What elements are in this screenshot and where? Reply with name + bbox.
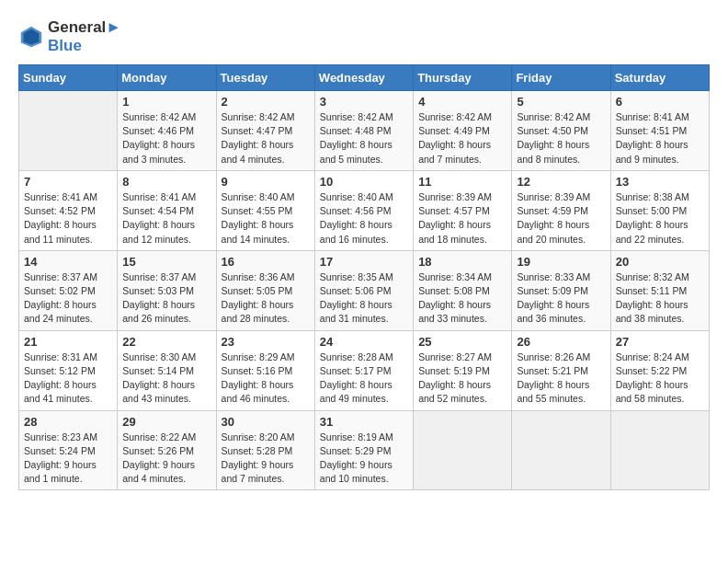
day-number: 26 [517, 335, 605, 349]
calendar-cell: 28Sunrise: 8:23 AMSunset: 5:24 PMDayligh… [19, 410, 118, 490]
day-number: 25 [418, 335, 506, 349]
calendar-cell: 1Sunrise: 8:42 AMSunset: 4:46 PMDaylight… [118, 91, 216, 171]
calendar-cell: 6Sunrise: 8:41 AMSunset: 4:51 PMDaylight… [610, 91, 709, 171]
calendar-table: SundayMondayTuesdayWednesdayThursdayFrid… [18, 64, 710, 490]
calendar-cell: 12Sunrise: 8:39 AMSunset: 4:59 PMDayligh… [512, 170, 610, 250]
calendar-cell: 31Sunrise: 8:19 AMSunset: 5:29 PMDayligh… [314, 410, 413, 490]
calendar-cell: 4Sunrise: 8:42 AMSunset: 4:49 PMDaylight… [414, 91, 512, 171]
day-number: 2 [222, 95, 310, 109]
day-number: 29 [122, 415, 210, 429]
day-number: 27 [616, 335, 704, 349]
calendar-cell: 13Sunrise: 8:38 AMSunset: 5:00 PMDayligh… [610, 170, 709, 250]
day-number: 7 [24, 175, 112, 189]
weekday-header: Friday [512, 65, 610, 91]
calendar-cell [19, 91, 118, 171]
weekday-header: Monday [118, 65, 216, 91]
calendar-cell [610, 410, 709, 490]
calendar-cell: 16Sunrise: 8:36 AMSunset: 5:05 PMDayligh… [216, 250, 314, 330]
weekday-header: Wednesday [314, 65, 413, 91]
day-number: 21 [24, 335, 112, 349]
calendar-cell: 2Sunrise: 8:42 AMSunset: 4:47 PMDaylight… [216, 91, 314, 171]
day-number: 5 [517, 95, 605, 109]
day-info: Sunrise: 8:42 AMSunset: 4:48 PMDaylight:… [320, 110, 408, 167]
day-number: 22 [122, 335, 210, 349]
day-info: Sunrise: 8:38 AMSunset: 5:00 PMDaylight:… [616, 190, 704, 247]
calendar-cell: 27Sunrise: 8:24 AMSunset: 5:22 PMDayligh… [610, 330, 709, 410]
day-number: 6 [616, 95, 704, 109]
day-number: 31 [320, 415, 408, 429]
calendar-cell: 3Sunrise: 8:42 AMSunset: 4:48 PMDaylight… [314, 91, 413, 171]
day-info: Sunrise: 8:35 AMSunset: 5:06 PMDaylight:… [320, 270, 408, 327]
calendar-cell: 7Sunrise: 8:41 AMSunset: 4:52 PMDaylight… [19, 170, 118, 250]
day-info: Sunrise: 8:28 AMSunset: 5:17 PMDaylight:… [320, 350, 408, 407]
day-info: Sunrise: 8:29 AMSunset: 5:16 PMDaylight:… [222, 350, 310, 407]
weekday-header: Sunday [19, 65, 118, 91]
day-number: 17 [320, 255, 408, 269]
calendar-cell: 18Sunrise: 8:34 AMSunset: 5:08 PMDayligh… [414, 250, 512, 330]
day-info: Sunrise: 8:19 AMSunset: 5:29 PMDaylight:… [320, 431, 408, 487]
day-number: 3 [320, 95, 408, 109]
day-number: 9 [222, 175, 310, 189]
day-info: Sunrise: 8:31 AMSunset: 5:12 PMDaylight:… [24, 350, 112, 407]
calendar-cell [414, 410, 512, 490]
calendar-cell: 9Sunrise: 8:40 AMSunset: 4:55 PMDaylight… [216, 170, 314, 250]
day-info: Sunrise: 8:27 AMSunset: 5:19 PMDaylight:… [418, 350, 506, 407]
day-info: Sunrise: 8:34 AMSunset: 5:08 PMDaylight:… [418, 270, 506, 327]
day-info: Sunrise: 8:42 AMSunset: 4:49 PMDaylight:… [418, 110, 506, 167]
page-header: General► Blue [18, 18, 710, 55]
day-number: 19 [517, 255, 605, 269]
day-info: Sunrise: 8:23 AMSunset: 5:24 PMDaylight:… [24, 431, 112, 487]
day-number: 30 [222, 415, 310, 429]
day-number: 28 [24, 415, 112, 429]
day-info: Sunrise: 8:22 AMSunset: 5:26 PMDaylight:… [122, 431, 210, 487]
calendar-cell: 29Sunrise: 8:22 AMSunset: 5:26 PMDayligh… [118, 410, 216, 490]
day-info: Sunrise: 8:33 AMSunset: 5:09 PMDaylight:… [517, 270, 605, 327]
calendar-cell: 30Sunrise: 8:20 AMSunset: 5:28 PMDayligh… [216, 410, 314, 490]
day-number: 12 [517, 175, 605, 189]
logo-icon [18, 24, 44, 50]
calendar-week-row: 28Sunrise: 8:23 AMSunset: 5:24 PMDayligh… [19, 410, 710, 490]
calendar-cell [512, 410, 610, 490]
day-info: Sunrise: 8:36 AMSunset: 5:05 PMDaylight:… [222, 270, 310, 327]
calendar-cell: 17Sunrise: 8:35 AMSunset: 5:06 PMDayligh… [314, 250, 413, 330]
day-info: Sunrise: 8:41 AMSunset: 4:52 PMDaylight:… [24, 190, 112, 247]
day-info: Sunrise: 8:26 AMSunset: 5:21 PMDaylight:… [517, 350, 605, 407]
weekday-header: Saturday [610, 65, 709, 91]
day-number: 14 [24, 255, 112, 269]
calendar-cell: 24Sunrise: 8:28 AMSunset: 5:17 PMDayligh… [314, 330, 413, 410]
calendar-cell: 22Sunrise: 8:30 AMSunset: 5:14 PMDayligh… [118, 330, 216, 410]
day-number: 11 [418, 175, 506, 189]
calendar-cell: 14Sunrise: 8:37 AMSunset: 5:02 PMDayligh… [19, 250, 118, 330]
day-number: 13 [616, 175, 704, 189]
calendar-cell: 10Sunrise: 8:40 AMSunset: 4:56 PMDayligh… [314, 170, 413, 250]
calendar-cell: 8Sunrise: 8:41 AMSunset: 4:54 PMDaylight… [118, 170, 216, 250]
day-info: Sunrise: 8:39 AMSunset: 4:57 PMDaylight:… [418, 190, 506, 247]
day-info: Sunrise: 8:30 AMSunset: 5:14 PMDaylight:… [122, 350, 210, 407]
weekday-header: Thursday [414, 65, 512, 91]
day-info: Sunrise: 8:42 AMSunset: 4:46 PMDaylight:… [122, 110, 210, 167]
day-info: Sunrise: 8:42 AMSunset: 4:50 PMDaylight:… [517, 110, 605, 167]
day-number: 16 [222, 255, 310, 269]
calendar-cell: 23Sunrise: 8:29 AMSunset: 5:16 PMDayligh… [216, 330, 314, 410]
day-info: Sunrise: 8:24 AMSunset: 5:22 PMDaylight:… [616, 350, 704, 407]
day-info: Sunrise: 8:40 AMSunset: 4:55 PMDaylight:… [222, 190, 310, 247]
weekday-header-row: SundayMondayTuesdayWednesdayThursdayFrid… [19, 65, 710, 91]
day-info: Sunrise: 8:41 AMSunset: 4:51 PMDaylight:… [616, 110, 704, 167]
calendar-cell: 20Sunrise: 8:32 AMSunset: 5:11 PMDayligh… [610, 250, 709, 330]
calendar-week-row: 21Sunrise: 8:31 AMSunset: 5:12 PMDayligh… [19, 330, 710, 410]
day-number: 1 [122, 95, 210, 109]
day-number: 18 [418, 255, 506, 269]
day-number: 10 [320, 175, 408, 189]
calendar-cell: 25Sunrise: 8:27 AMSunset: 5:19 PMDayligh… [414, 330, 512, 410]
calendar-week-row: 14Sunrise: 8:37 AMSunset: 5:02 PMDayligh… [19, 250, 710, 330]
day-number: 8 [122, 175, 210, 189]
day-info: Sunrise: 8:20 AMSunset: 5:28 PMDaylight:… [222, 431, 310, 487]
day-number: 20 [616, 255, 704, 269]
calendar-cell: 11Sunrise: 8:39 AMSunset: 4:57 PMDayligh… [414, 170, 512, 250]
weekday-header: Tuesday [216, 65, 314, 91]
day-number: 24 [320, 335, 408, 349]
day-info: Sunrise: 8:32 AMSunset: 5:11 PMDaylight:… [616, 270, 704, 327]
logo-text: General► Blue [48, 18, 121, 55]
logo: General► Blue [18, 18, 121, 55]
day-number: 15 [122, 255, 210, 269]
